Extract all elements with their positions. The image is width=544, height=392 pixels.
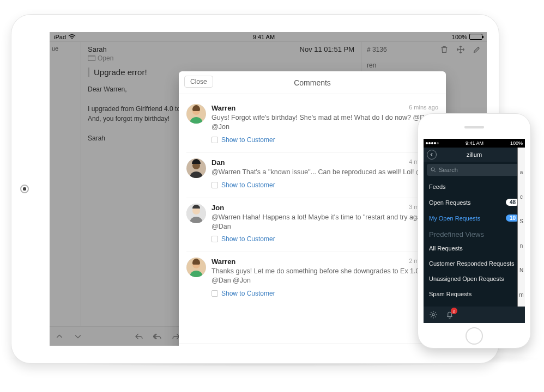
show-to-customer-label[interactable]: Show to Customer xyxy=(221,290,275,297)
left-rail[interactable]: ue xyxy=(50,42,81,326)
ticket-datetime: Nov 11 01:51 PM xyxy=(300,45,354,53)
search-input[interactable]: Search xyxy=(427,164,522,176)
iphone-titlebar: zillum xyxy=(424,148,525,162)
avatar xyxy=(186,258,206,277)
modal-title: Comments xyxy=(294,78,331,87)
comment-text: @Warren Haha! Happens a lot! Maybe it's … xyxy=(211,213,438,231)
predef-label: Unassigned Open Requests xyxy=(429,275,504,282)
iphone-status-bar: 9:41 AM 100% xyxy=(424,139,525,148)
edit-icon[interactable] xyxy=(473,45,481,54)
comment-author: Warren xyxy=(211,258,235,266)
avatar xyxy=(186,104,206,124)
signal-icon xyxy=(426,142,439,144)
comment-row: Warren2 mins agoThanks guys! Let me do s… xyxy=(186,252,438,306)
iphone-speaker xyxy=(464,126,484,128)
left-item-fragment: ue xyxy=(52,45,58,52)
show-to-customer-label[interactable]: Show to Customer xyxy=(221,136,275,144)
comment-text: @Warren That's a "known issue"... Can be… xyxy=(211,168,438,177)
menu-open-requests-label: Open Requests xyxy=(429,199,470,206)
iphone-clock: 9:41 AM xyxy=(466,140,483,146)
move-icon[interactable] xyxy=(456,45,465,54)
content-peek: acSnNmmm xyxy=(517,148,525,307)
menu-my-open-label: My Open Requests xyxy=(429,215,480,222)
show-to-customer-checkbox[interactable] xyxy=(211,290,218,297)
predef-item[interactable]: All Requests xyxy=(424,241,525,256)
predef-label: All Requests xyxy=(429,245,463,252)
comment-text: Thanks guys! Let me do something before … xyxy=(211,267,438,285)
show-to-customer-checkbox[interactable] xyxy=(211,182,218,188)
show-to-customer-checkbox[interactable] xyxy=(211,137,218,143)
ticket-id: # 3136 xyxy=(367,46,387,53)
close-button[interactable]: Close xyxy=(184,76,213,88)
show-to-customer-label[interactable]: Show to Customer xyxy=(221,235,275,243)
svg-point-2 xyxy=(432,314,434,316)
wifi-icon xyxy=(68,34,76,40)
device-label: iPad xyxy=(54,34,66,40)
owner-value: ren xyxy=(367,62,481,69)
iphone-home-button[interactable] xyxy=(466,327,483,345)
reply-all-icon[interactable] xyxy=(153,332,162,341)
predef-item[interactable]: Spam Requests xyxy=(424,286,525,302)
iphone-battery: 100% xyxy=(510,140,523,146)
avatar xyxy=(186,158,206,178)
bell-icon[interactable]: 2 xyxy=(445,310,454,319)
search-placeholder: Search xyxy=(439,167,458,173)
ipad-home-button[interactable] xyxy=(20,185,29,193)
avatar xyxy=(186,204,206,223)
chevron-down-icon[interactable] xyxy=(74,332,82,341)
menu-feeds[interactable]: Feeds xyxy=(424,179,525,194)
comment-author: Warren xyxy=(211,104,235,112)
ticket-sender: Sarah xyxy=(88,45,107,53)
menu-my-open-requests[interactable]: My Open Requests 10 xyxy=(424,210,525,226)
battery-icon xyxy=(469,34,482,40)
menu-feeds-label: Feeds xyxy=(429,183,446,190)
battery-pct: 100% xyxy=(452,34,467,40)
notif-badge: 2 xyxy=(451,308,457,314)
mail-icon xyxy=(88,56,95,61)
iphone-title: zillum xyxy=(467,151,482,158)
reply-icon[interactable] xyxy=(135,332,143,341)
show-to-customer-checkbox[interactable] xyxy=(211,236,218,242)
comment-row: Jon3 mins ago@Warren Haha! Happens a lot… xyxy=(186,198,438,253)
clock: 9:41 AM xyxy=(253,34,275,40)
comment-row: Dan4 mins ago@Warren That's a "known iss… xyxy=(186,153,438,198)
comment-time: 6 mins ago xyxy=(409,104,438,112)
svg-point-1 xyxy=(431,168,434,171)
ticket-status: Open xyxy=(98,54,113,62)
gear-icon[interactable] xyxy=(429,310,438,319)
predef-label: Customer Responded Requests xyxy=(429,260,515,267)
back-icon[interactable] xyxy=(427,150,437,160)
predef-item[interactable]: Unassigned Open Requests xyxy=(424,271,525,286)
iphone-device: 9:41 AM 100% zillum Search Feeds Open Re… xyxy=(418,113,531,348)
comment-row: Warren6 mins agoGuys! Forgot wife's birt… xyxy=(186,99,438,153)
comment-author: Dan xyxy=(211,158,225,167)
search-icon xyxy=(430,167,437,173)
comment-author: Jon xyxy=(211,204,224,212)
show-to-customer-label[interactable]: Show to Customer xyxy=(221,181,275,189)
ipad-status-bar: iPad 9:41 AM 100% xyxy=(50,32,487,42)
delete-icon[interactable] xyxy=(440,45,449,54)
comment-text: Guys! Forgot wife's birthday! She's mad … xyxy=(211,113,438,132)
predef-label: Spam Requests xyxy=(429,291,472,297)
chevron-up-icon[interactable] xyxy=(55,332,64,341)
iphone-footer: 2 xyxy=(424,307,525,323)
comments-modal: Close Comments Warren6 mins agoGuys! For… xyxy=(179,71,446,346)
menu-open-requests[interactable]: Open Requests 48 xyxy=(424,194,525,210)
predefined-views-header: Predefined Views xyxy=(424,226,525,241)
predef-item[interactable]: Customer Responded Requests xyxy=(424,256,525,271)
